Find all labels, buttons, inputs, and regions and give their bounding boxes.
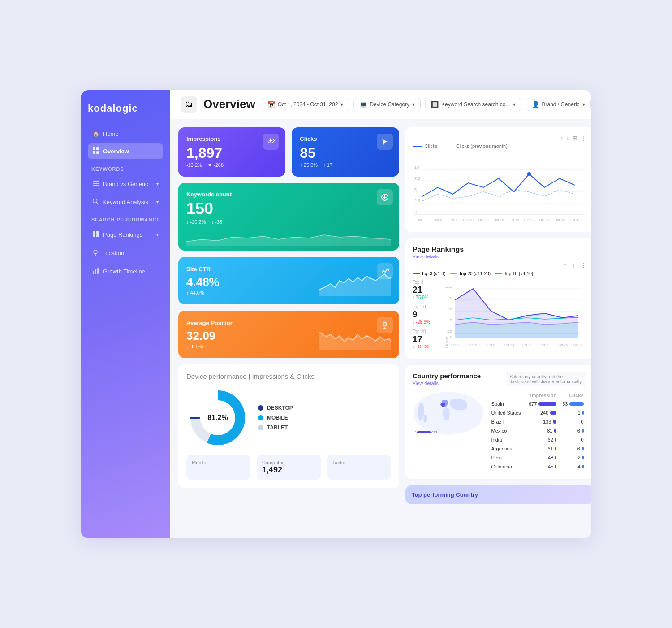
svg-rect-1 — [96, 147, 99, 150]
clicks-cell: 1 — [559, 409, 585, 417]
arrow-down-icon[interactable]: ↓ — [566, 134, 569, 142]
device-title: Device performance | Impressions & Click… — [186, 372, 391, 380]
chart-more-icon[interactable]: ⋮ — [581, 262, 586, 269]
chart-up-icon[interactable]: ↑ — [564, 262, 567, 269]
table-row[interactable]: Spain 677 53 — [490, 400, 586, 408]
table-row[interactable]: India 62 0 — [490, 436, 586, 444]
svg-text:5: 5 — [414, 187, 417, 192]
sidebar-item-brand-vs-generic[interactable]: Brand vs Generic ▾ — [88, 176, 163, 192]
svg-point-13 — [94, 250, 97, 254]
device-filter-button[interactable]: 💻 Device Category ▾ — [353, 98, 421, 111]
tablet-dot — [258, 425, 263, 430]
chart-down-icon[interactable]: ↓ — [572, 262, 575, 269]
table-row[interactable]: United States 240 1 — [490, 409, 586, 417]
keywords-icon — [377, 189, 393, 205]
country-name: Mexico — [490, 427, 525, 435]
country-table-body: Spain 677 53 United States 240 — [490, 400, 586, 471]
svg-text:Oct 16: Oct 16 — [493, 218, 504, 222]
keyword-search-filter-button[interactable]: 🔲 Keyword Search search co... ▾ — [425, 98, 521, 111]
home-icon: 🏠 — [92, 130, 99, 137]
sidebar-item-page-rankings[interactable]: Page Rankings ▾ — [88, 227, 163, 243]
legend-tablet: TABLET — [258, 424, 293, 431]
brand-filter-button[interactable]: 👤 Brand / Generic ▾ — [526, 98, 591, 111]
keywords-card: Keywords count 150 ↓ -20.2% ↓ -38 — [178, 183, 399, 251]
page-title: Overview — [203, 97, 255, 111]
country-name: Colombia — [490, 463, 525, 471]
more-icon[interactable]: ⋮ — [580, 134, 586, 142]
clicks-title: Clicks — [300, 135, 391, 142]
table-row[interactable]: Mexico 81 6 — [490, 427, 586, 435]
rankings-chart-svg: Query 12.5 10 7.5 5 2.5 — [448, 280, 583, 351]
header-filters: 📅 Oct 1, 2024 - Oct 31, 202 ▾ 💻 Device C… — [262, 98, 591, 111]
country-table: Impression Clicks Spain 677 — [489, 391, 586, 472]
impressions-delta: -13.2% ▼ -288 — [186, 162, 277, 168]
country-view-details[interactable]: View details — [413, 381, 481, 386]
chevron-down-icon: ▾ — [156, 182, 159, 186]
clicks-cell: 2 — [559, 454, 585, 462]
col-clicks: Clicks — [559, 392, 585, 399]
main-area: 🗂 Overview 📅 Oct 1, 2024 - Oct 31, 202 ▾… — [170, 90, 591, 538]
sidebar-item-overview[interactable]: Overview — [88, 143, 163, 159]
date-filter-button[interactable]: 📅 Oct 1, 2024 - Oct 31, 202 ▾ — [262, 98, 349, 111]
expand-icon[interactable]: ⊞ — [572, 134, 577, 142]
table-row[interactable]: Argentina 61 6 — [490, 445, 586, 453]
rankings-stats: Top 3 21 ↑ 75.0% Top 10 9 ↓ -28.6% Top 2… — [413, 280, 444, 351]
sidebar-logo: kodalogic — [88, 103, 163, 114]
table-row[interactable]: Peru 48 2 — [490, 454, 586, 462]
sidebar-item-label: Page Rankings — [103, 231, 142, 238]
impression-cell: 62 — [525, 436, 558, 444]
rank-stat-top20: Top 20 17 ↓ -15.0% — [413, 329, 444, 349]
content-area: 👁 Impressions 1,897 -13.2% ▼ -288 — [170, 119, 591, 538]
table-row[interactable]: Colombia 45 4 — [490, 463, 586, 471]
svg-rect-9 — [93, 231, 95, 234]
mobile-sub-card: Mobile — [186, 455, 250, 480]
rankings-body: Top 3 21 ↑ 75.0% Top 10 9 ↓ -28.6% Top 2… — [413, 280, 586, 351]
chevron-icon: ▾ — [582, 101, 585, 108]
tablet-sub-label: Tablet — [332, 460, 386, 465]
chevron-down-icon: ▾ — [156, 232, 159, 237]
country-note: Select any country and the dashboard wil… — [506, 372, 586, 386]
svg-text:677: 677 — [431, 430, 438, 434]
ctr-card: Site CTR 4.48% ↑ 44.0% — [178, 257, 399, 304]
rankings-view-details[interactable]: View details — [413, 254, 586, 259]
legend-desktop: DESKTOP — [258, 405, 293, 411]
tablet-sub-card: Tablet — [327, 455, 391, 480]
clicks-cell: 0 — [559, 418, 585, 426]
donut-center-label: 81.2% — [207, 414, 228, 422]
sidebar-item-home[interactable]: 🏠 Home — [88, 127, 163, 141]
chevron-icon: ▾ — [412, 101, 415, 108]
sidebar-item-location[interactable]: Location — [88, 245, 163, 261]
svg-rect-6 — [93, 185, 99, 186]
overview-icon — [92, 147, 99, 156]
impression-cell: 45 — [525, 463, 558, 471]
svg-rect-3 — [96, 151, 99, 154]
world-map: 1 677 — [413, 391, 484, 472]
table-row[interactable]: Brazil 133 0 — [490, 418, 586, 426]
country-name: Brazil — [490, 418, 525, 426]
brand-filter-label: Brand / Generic — [542, 101, 580, 108]
avgpos-value: 32.09 — [186, 329, 315, 343]
brand-icon — [92, 180, 99, 188]
svg-text:Oct 21: Oct 21 — [540, 343, 550, 347]
arrow-up-icon[interactable]: ↑ — [560, 134, 564, 142]
svg-text:Oct 25: Oct 25 — [558, 343, 568, 347]
svg-rect-0 — [93, 147, 95, 150]
svg-text:Oct 4: Oct 4 — [433, 218, 442, 222]
legend-mobile: MOBILE — [258, 415, 293, 421]
clicks-line-current — [413, 146, 422, 147]
clicks-chart-card: ↑ ↓ ⊞ ⋮ Clicks Clicks (pre — [405, 127, 591, 232]
donut-chart: 81.2% — [186, 386, 249, 449]
svg-text:Oct 1: Oct 1 — [416, 218, 425, 222]
date-filter-label: Oct 1, 2024 - Oct 31, 202 — [278, 101, 338, 108]
avgpos-title: Average Position — [186, 320, 315, 326]
svg-text:Oct 28: Oct 28 — [554, 218, 565, 222]
sidebar-item-keyword-analysis[interactable]: Keyword Analysis ▾ — [88, 195, 163, 210]
ctr-title: Site CTR — [186, 266, 315, 273]
sidebar-item-growth-timeline[interactable]: Growth Timeline — [88, 264, 163, 279]
rank-legend-top10: Top 10 (#4-10) — [495, 271, 533, 276]
impression-cell: 133 — [525, 418, 558, 426]
country-name: Peru — [490, 454, 525, 462]
sidebar-item-label: Location — [102, 250, 124, 256]
country-title-area: Country performance View details — [413, 372, 481, 390]
device-legend: DESKTOP MOBILE TABLET — [258, 405, 293, 431]
